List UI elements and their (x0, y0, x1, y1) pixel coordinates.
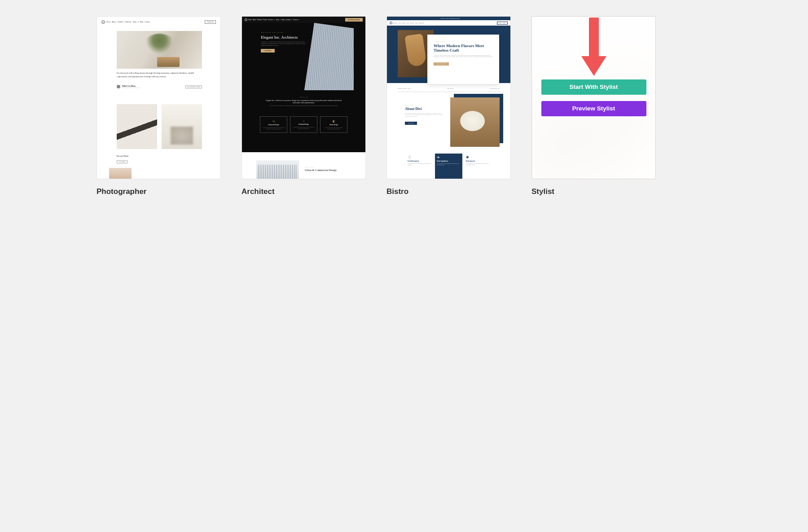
thumb-nav: D Home About Portfolio Collection Shop ▾… (97, 18, 220, 26)
template-card-stylist: Start With Stylist Preview Stylist Styli… (531, 16, 656, 196)
thumb-recent-heading: Recent Work (117, 155, 128, 157)
template-thumb-stylist[interactable]: Start With Stylist Preview Stylist (531, 16, 656, 179)
template-thumb-bistro[interactable]: 📞(555) 123-4567 FOR RESERVATIONS Landing… (386, 16, 511, 179)
thumb-feature-tiles: 🍴Food ReimaginedEvery dish starts with t… (406, 154, 492, 179)
template-thumb-photographer[interactable]: D Home About Portfolio Collection Shop ▾… (97, 16, 221, 179)
template-hover-overlay: Start With Stylist Preview Stylist (532, 17, 655, 179)
thumb-about: OUR STORY About Divi Every product ships… (405, 105, 443, 125)
logo-icon: D (101, 20, 105, 24)
start-with-template-button[interactable]: Start With Stylist (541, 79, 646, 95)
thumb-hero-image (117, 31, 202, 69)
template-grid: D Home About Portfolio Collection Shop ▾… (0, 0, 808, 212)
thumb-about: ABOUT US Elegant Inc. Architects is a pr… (242, 97, 365, 107)
thumb-feature-cards: ▭Commercial DesignOur commercial designs… (260, 116, 347, 133)
arrow-down-icon (581, 17, 606, 80)
thumb-nav: Landing About Gallery Menu Shop▾ Blog Co… (387, 20, 510, 26)
thumb-info-bar: Open Daily from 9am – 10pm (234) 456-684… (398, 85, 500, 92)
logo-icon (390, 22, 392, 24)
template-title: Stylist (531, 187, 656, 196)
template-card-architect: Home About Portfolio Project Services▾ S… (242, 16, 366, 196)
template-title: Photographer (97, 187, 221, 196)
template-title: Bistro (386, 187, 511, 196)
thumb-gallery (117, 104, 202, 149)
cheese-image (450, 97, 500, 147)
thumb-topbar: 📞(555) 123-4567 FOR RESERVATIONS (387, 17, 510, 20)
template-card-bistro: 📞(555) 123-4567 FOR RESERVATIONS Landing… (386, 16, 511, 196)
thumb-hero-text: DESIGNING THE FUTURE Elegant Inc. Archit… (261, 32, 308, 53)
preview-template-button[interactable]: Preview Stylist (541, 101, 646, 116)
thumb-author: Hello! I'm Olivia Professional Photograp… (117, 85, 202, 88)
logo-icon (245, 18, 247, 21)
avatar-icon (117, 85, 120, 88)
thumb-hero-card: WELCOME TO DIVI Where Modern Flavors Mee… (427, 35, 499, 84)
template-title: Architect (242, 187, 366, 196)
template-thumb-architect[interactable]: Home About Portfolio Project Services▾ S… (242, 16, 366, 179)
bridge-image (256, 160, 299, 179)
thumb-section2: SERVICES Urban & Commercial Design (305, 167, 359, 172)
thumb-tagline: I'm obsessed with telling stories throug… (117, 71, 202, 78)
thumb-recent-btn: Full Portfolio (117, 160, 127, 163)
thumb-nav: Home About Portfolio Project Services▾ S… (242, 17, 365, 23)
template-card-photographer: D Home About Portfolio Collection Shop ▾… (97, 16, 221, 196)
